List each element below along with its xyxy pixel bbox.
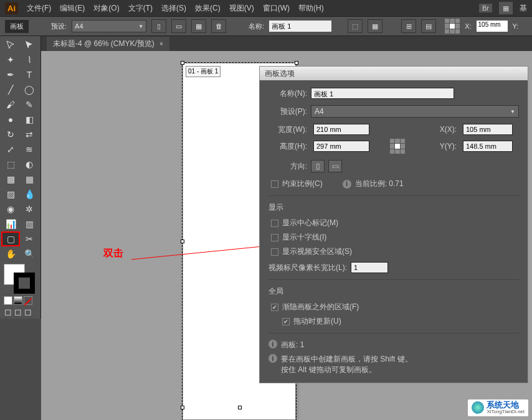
swatch-color[interactable] — [4, 296, 12, 305]
zoom-tool[interactable]: 🔍 — [20, 246, 39, 261]
dlg-x-label: X(X): — [425, 125, 457, 134]
dlg-orient-portrait[interactable]: ▯ — [311, 160, 325, 172]
resize-handle-bl[interactable] — [181, 406, 184, 409]
eraser-tool[interactable]: ◧ — [20, 112, 39, 127]
new-artboard-button[interactable]: ▦ — [191, 19, 206, 33]
menu-view[interactable]: 视图(V) — [229, 3, 254, 14]
blob-brush-tool[interactable]: ● — [1, 112, 20, 127]
graph-tool[interactable]: 📊 — [1, 217, 20, 231]
drag-update-checkbox[interactable]: ✔ — [282, 318, 290, 325]
direct-selection-tool[interactable] — [20, 37, 39, 52]
show-safe-checkbox[interactable] — [271, 248, 278, 256]
mesh-tool[interactable]: ▦ — [20, 172, 39, 187]
dlg-height-input[interactable]: 297 mm — [313, 141, 369, 152]
menu-window[interactable]: 窗口(W) — [263, 3, 290, 14]
resize-handle-tr[interactable] — [295, 61, 298, 65]
free-transform-tool[interactable]: ⬚ — [1, 157, 20, 172]
align-button[interactable]: ⊞ — [401, 19, 416, 33]
watermark-title: 系统天地 — [487, 401, 525, 409]
column-graph-tool[interactable]: ▥ — [20, 217, 39, 231]
slice-tool[interactable]: ✂ — [20, 231, 39, 246]
mode-label: 画板 — [5, 20, 29, 33]
blend-tool[interactable]: ◉ — [1, 202, 20, 217]
fade-outside-checkbox[interactable]: ✔ — [271, 304, 278, 311]
dlg-orient-landscape[interactable]: ▭ — [328, 160, 342, 172]
show-cross-checkbox[interactable] — [271, 234, 278, 241]
tab-close-button[interactable]: × — [159, 40, 163, 47]
dlg-y-input[interactable]: 148.5 mm — [463, 141, 513, 152]
paintbrush-tool[interactable]: 🖌 — [1, 97, 20, 112]
dlg-reference-grid[interactable] — [390, 139, 405, 154]
arrange-docs-button[interactable]: ▦ — [498, 1, 513, 15]
menu-edit[interactable]: 编辑(E) — [60, 3, 85, 14]
bridge-button[interactable]: Br — [479, 4, 492, 12]
pen-tool[interactable]: ✒ — [1, 67, 20, 82]
stroke-color[interactable] — [14, 273, 35, 294]
ellipse-tool[interactable]: ◯ — [20, 82, 39, 97]
menu-type[interactable]: 文字(T) — [128, 3, 153, 14]
x-input[interactable]: 105 mm — [477, 21, 508, 32]
pencil-tool[interactable]: ✎ — [20, 97, 39, 112]
app-logo: Ai — [5, 2, 18, 14]
resize-handle-ml[interactable] — [181, 240, 184, 243]
symbol-sprayer-tool[interactable]: ✲ — [20, 202, 39, 217]
control-bar: 画板 预设: A4▼ ▯ ▭ ▦ 🗑 名称: 画板 1 ⬚ ▦ ⊞ ▤ X: 1… — [0, 16, 532, 36]
swatch-none[interactable] — [24, 296, 32, 305]
preset-label: 预设: — [51, 22, 67, 31]
options-button[interactable]: ▦ — [368, 19, 382, 33]
dlg-name-input[interactable]: 画板 1 — [311, 88, 454, 99]
color-picker[interactable] — [1, 264, 39, 295]
drag-update-label: 拖动时更新(U) — [293, 316, 341, 327]
artboard-tool[interactable]: ▢ — [1, 231, 20, 246]
menu-object[interactable]: 对象(O) — [93, 3, 119, 14]
menu-effect[interactable]: 效果(C) — [195, 3, 221, 14]
menu-select[interactable]: 选择(S) — [161, 3, 186, 14]
dlg-width-input[interactable]: 210 mm — [313, 124, 369, 135]
line-tool[interactable]: ╱ — [1, 82, 20, 97]
draw-inside[interactable]: ◻ — [24, 307, 32, 316]
menu-file[interactable]: 文件(F) — [27, 3, 51, 14]
swatch-gradient[interactable] — [14, 296, 22, 305]
resize-handle-bm[interactable] — [238, 406, 242, 409]
artboard-options-dialog: 画板选项 名称(N): 画板 1 预设(P): A4▼ 宽度(W): 210 m… — [259, 66, 528, 383]
preset-dropdown[interactable]: A4▼ — [72, 20, 146, 32]
rearrange-button[interactable]: ▤ — [421, 19, 436, 33]
move-with-art-button[interactable]: ⬚ — [348, 19, 363, 33]
shape-builder-tool[interactable]: ◐ — [20, 157, 39, 172]
hand-tool[interactable]: ✋ — [1, 246, 20, 261]
show-center-checkbox[interactable] — [271, 220, 278, 227]
resize-handle-tl[interactable] — [181, 61, 184, 65]
constrain-checkbox[interactable] — [271, 180, 278, 188]
rotate-tool[interactable]: ↻ — [1, 127, 20, 142]
delete-artboard-button[interactable]: 🗑 — [211, 19, 226, 33]
eyedropper-tool[interactable]: 💧 — [20, 187, 39, 202]
perspective-tool[interactable]: ▩ — [1, 172, 20, 187]
dialog-titlebar[interactable]: 画板选项 — [260, 67, 528, 80]
draw-normal[interactable]: ◻ — [4, 307, 12, 316]
orient-portrait-button[interactable]: ▯ — [151, 19, 166, 33]
magic-wand-tool[interactable]: ✦ — [1, 52, 20, 67]
info-icon: i — [268, 340, 277, 348]
dlg-preset-dropdown[interactable]: A4▼ — [311, 105, 519, 118]
lasso-tool[interactable]: ⌇ — [20, 52, 39, 67]
width-tool[interactable]: ≋ — [20, 142, 39, 157]
selection-tool[interactable] — [1, 37, 20, 52]
gradient-tool[interactable]: ▨ — [1, 187, 20, 202]
menu-help[interactable]: 帮助(H) — [298, 3, 324, 14]
scale-tool[interactable]: ⤢ — [1, 142, 20, 157]
pixel-ratio-input[interactable]: 1 — [351, 262, 388, 273]
dlg-x-input[interactable]: 105 mm — [463, 124, 513, 135]
constrain-label: 约束比例(C) — [282, 179, 323, 189]
draw-behind[interactable]: ◻ — [14, 307, 22, 316]
hint-line-2: 按住 Alt 键拖动可复制画板。 — [281, 365, 412, 375]
annotation-text: 双击 — [103, 247, 123, 260]
workspace-label[interactable]: 基 — [520, 3, 527, 14]
svg-line-0 — [24, 298, 32, 306]
document-tab[interactable]: 未标题-4 @ 66% (CMYK/预览) × — [47, 37, 169, 51]
orient-landscape-button[interactable]: ▭ — [171, 19, 186, 33]
watermark: 系统天地 XiTongTianDi.net — [468, 399, 528, 416]
type-tool[interactable]: T — [20, 67, 39, 82]
artboard-name-input[interactable]: 画板 1 — [269, 21, 331, 32]
reference-point-grid[interactable] — [445, 19, 460, 34]
reflect-tool[interactable]: ⇄ — [20, 127, 39, 142]
